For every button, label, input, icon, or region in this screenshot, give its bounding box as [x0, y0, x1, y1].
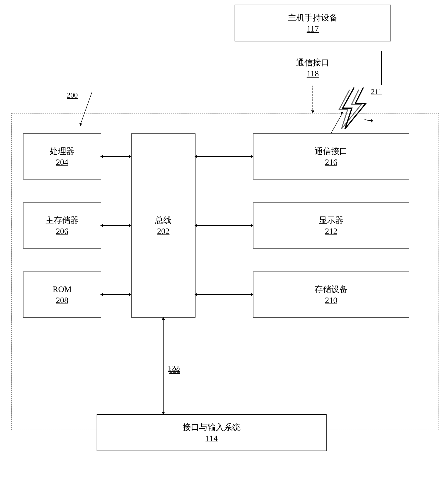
lightning-id: 211: [371, 87, 382, 96]
host-device-box: 主机手持设备 117: [235, 5, 391, 41]
device-200-label: 200: [67, 91, 78, 99]
host-device-id: 117: [307, 24, 319, 33]
comm-interface-host-id: 118: [307, 69, 319, 78]
storage-device-label: 存储设备: [315, 284, 348, 295]
bus-label: 总线: [155, 215, 172, 226]
comm-interface-device-id: 216: [325, 157, 337, 167]
device-200-id: 200: [67, 91, 78, 99]
arrow-122-label: 122: [169, 366, 180, 374]
main-storage-label: 主存储器: [46, 215, 79, 226]
display-label: 显示器: [319, 215, 344, 226]
storage-device-box: 存储设备 210: [253, 271, 409, 318]
processor-id: 204: [56, 157, 68, 167]
rom-id: 208: [56, 295, 68, 305]
display-id: 212: [325, 226, 337, 236]
rom-box: ROM 208: [23, 271, 101, 318]
host-device-label: 主机手持设备: [288, 12, 338, 23]
diagram: 主机手持设备 117 通信接口 118 211 200 处理器 204: [0, 0, 448, 483]
storage-device-id: 210: [325, 295, 337, 305]
bus-box: 总线 202: [131, 133, 195, 318]
interface-input-label: 接口与输入系统: [183, 422, 240, 433]
comm-interface-device-box: 通信接口 216: [253, 133, 409, 180]
display-box: 显示器 212: [253, 203, 409, 248]
rom-label: ROM: [53, 284, 72, 295]
interface-input-box: 接口与输入系统 114: [96, 414, 327, 451]
processor-box: 处理器 204: [23, 133, 101, 180]
main-storage-box: 主存储器 206: [23, 203, 101, 248]
main-storage-id: 206: [56, 226, 68, 236]
processor-label: 处理器: [50, 146, 74, 157]
bus-id: 202: [157, 226, 169, 236]
comm-interface-host-label: 通信接口: [296, 57, 329, 68]
comm-interface-host-box: 通信接口 118: [244, 51, 382, 85]
interface-input-id: 114: [206, 434, 218, 443]
comm-interface-device-label: 通信接口: [315, 146, 348, 157]
